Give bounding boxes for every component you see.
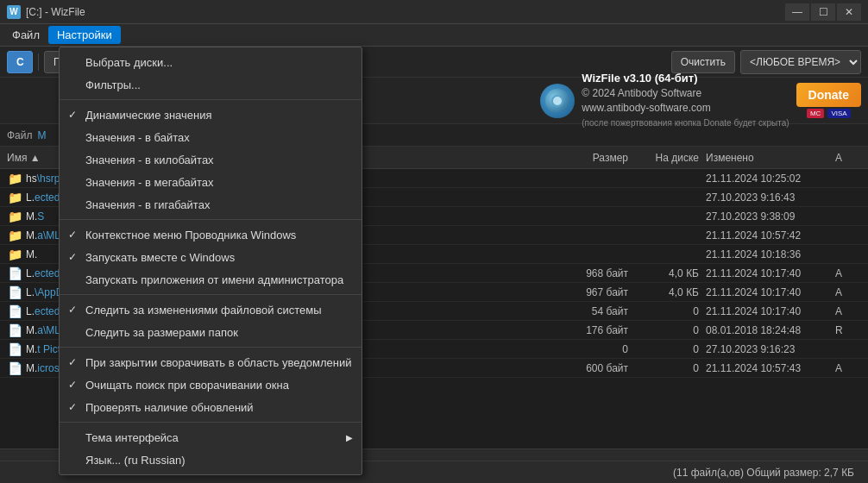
dropdown-item-values-bytes[interactable]: Значения - в байтах bbox=[60, 126, 362, 148]
dropdown-item-dynamic-values[interactable]: Динамические значения bbox=[60, 104, 362, 126]
dropdown-item-filters[interactable]: Фильтры... bbox=[60, 73, 362, 96]
dropdown-item-select-drives[interactable]: Выбрать диски... bbox=[60, 51, 362, 73]
title-bar: W [C:] - WizFile — ☐ ✕ bbox=[0, 0, 868, 24]
menu-separator bbox=[60, 99, 362, 100]
window-title: [C:] - WizFile bbox=[26, 6, 785, 18]
app-icon: W bbox=[7, 5, 21, 19]
menu-separator bbox=[60, 347, 362, 348]
menu-bar: Файл Настройки bbox=[0, 24, 868, 47]
dropdown-item-values-megabytes[interactable]: Значения - в мегабайтах bbox=[60, 171, 362, 193]
title-bar-buttons: — ☐ ✕ bbox=[785, 3, 861, 21]
dropdown-item-watch-fs[interactable]: Следить за изменениями файловой системы bbox=[60, 298, 362, 321]
dropdown-item-values-gigabytes[interactable]: Значения - в гигабайтах bbox=[60, 193, 362, 216]
dropdown-item-clear-on-hide[interactable]: Очищать поиск при сворачивании окна bbox=[60, 373, 362, 396]
menu-settings[interactable]: Настройки bbox=[48, 26, 121, 44]
dropdown-item-start-with-windows[interactable]: Запускать вместе с Windows bbox=[60, 246, 362, 268]
menu-file[interactable]: Файл bbox=[3, 26, 48, 44]
dropdown-item-language[interactable]: Язык... (ru Russian) bbox=[60, 448, 362, 471]
dropdown-item-watch-sizes[interactable]: Следить за размерами папок bbox=[60, 321, 362, 343]
dropdown-item-minimize-to-tray[interactable]: При закрытии сворачивать в область уведо… bbox=[60, 351, 362, 373]
dropdown-item-theme[interactable]: Тема интерфейса bbox=[60, 426, 362, 448]
close-button[interactable]: ✕ bbox=[837, 3, 861, 21]
menu-separator bbox=[60, 219, 362, 220]
menu-separator bbox=[60, 294, 362, 295]
dropdown-item-context-menu[interactable]: Контекстное меню Проводника Windows bbox=[60, 223, 362, 246]
settings-dropdown: Выбрать диски...Фильтры...Динамические з… bbox=[59, 47, 362, 475]
maximize-button[interactable]: ☐ bbox=[811, 3, 835, 21]
dropdown-item-values-kilobytes[interactable]: Значения - в килобайтах bbox=[60, 148, 362, 171]
minimize-button[interactable]: — bbox=[785, 3, 809, 21]
menu-separator bbox=[60, 422, 362, 423]
dropdown-item-run-as-admin[interactable]: Запускать приложения от имени администра… bbox=[60, 268, 362, 291]
dropdown-overlay: Выбрать диски...Фильтры...Динамические з… bbox=[0, 47, 868, 483]
dropdown-item-check-updates[interactable]: Проверять наличие обновлений bbox=[60, 396, 362, 418]
